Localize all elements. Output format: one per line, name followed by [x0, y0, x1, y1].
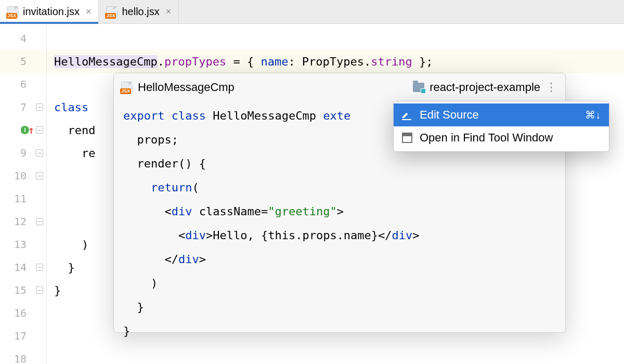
gutter-line: 14 −: [0, 256, 46, 279]
gutter-line: 11: [0, 187, 46, 210]
popup-header: JSX HelloMessageCmp react-project-exampl…: [114, 73, 565, 101]
jsx-file-icon: JSX: [7, 6, 19, 18]
code-line: </div>: [123, 247, 563, 271]
tab-invitation[interactable]: JSX invitation.jsx ×: [0, 0, 99, 23]
popup-project-name: react-project-example: [430, 81, 540, 94]
gutter-line: 6: [0, 73, 46, 96]
menu-item-open-find-tool[interactable]: Open in Find Tool Window: [394, 126, 609, 149]
pencil-icon: [402, 110, 412, 120]
gutter-line: 4: [0, 27, 46, 50]
code-line: ): [123, 271, 563, 295]
close-icon[interactable]: ×: [86, 6, 92, 17]
tab-label: hello.jsx: [122, 6, 159, 18]
gutter-line: 18: [0, 347, 46, 364]
fold-toggle-icon[interactable]: −: [36, 172, 43, 179]
code-line: render() {: [123, 151, 563, 175]
tab-hello[interactable]: JSX hello.jsx ×: [99, 0, 179, 23]
gutter-line: 8 I↑ −: [0, 119, 46, 141]
gutter-line: 13: [0, 233, 46, 256]
menu-item-label: Open in Find Tool Window: [420, 131, 593, 145]
tool-window-icon: [402, 133, 412, 143]
editor-tabs: JSX invitation.jsx × JSX hello.jsx ×: [0, 0, 624, 24]
gutter-line: 17: [0, 324, 46, 347]
implements-marker-icon[interactable]: I↑: [21, 125, 34, 135]
fold-toggle-icon[interactable]: −: [36, 218, 43, 225]
close-icon[interactable]: ×: [166, 6, 172, 17]
context-menu: Edit Source ⌘↓ Open in Find Tool Window: [393, 101, 609, 152]
code-line: <div className="greeting">: [123, 199, 563, 223]
menu-item-shortcut: ⌘↓: [585, 109, 601, 121]
gutter-line: 5: [0, 50, 46, 73]
code-line: [47, 27, 624, 50]
code-line: <div>Hello, {this.props.name}</div>: [123, 223, 563, 247]
popup-title: HelloMessageCmp: [138, 81, 235, 94]
code-line: return(: [123, 175, 563, 199]
tab-label: invitation.jsx: [23, 6, 80, 18]
gutter-line: 9 −: [0, 141, 46, 164]
code-line: }: [123, 319, 563, 343]
gutter-line: 15 −: [0, 279, 46, 302]
code-line: HelloMessageCmp.propTypes = { name: Prop…: [47, 50, 624, 73]
gutter-line: 12 −: [0, 210, 46, 233]
fold-toggle-icon[interactable]: −: [36, 126, 43, 134]
fold-toggle-icon[interactable]: −: [36, 287, 43, 294]
fold-toggle-icon[interactable]: −: [36, 264, 43, 271]
jsx-file-icon: JSX: [121, 82, 133, 93]
fold-toggle-icon[interactable]: −: [36, 103, 43, 111]
gutter-line: 10 −: [0, 164, 46, 187]
gutter: 4 5 6 7 − 8 I↑ − 9 − 10 − 11 12 − 13 14 …: [0, 24, 47, 364]
more-options-icon[interactable]: ⋮: [545, 81, 558, 94]
jsx-file-icon: JSX: [106, 6, 118, 18]
folder-icon: [413, 83, 424, 92]
gutter-line: 16: [0, 302, 46, 324]
fold-toggle-icon[interactable]: −: [36, 149, 43, 157]
code-line: }: [123, 295, 563, 319]
menu-item-label: Edit Source: [420, 108, 578, 122]
menu-item-edit-source[interactable]: Edit Source ⌘↓: [394, 103, 609, 126]
gutter-line: 7 −: [0, 96, 46, 119]
